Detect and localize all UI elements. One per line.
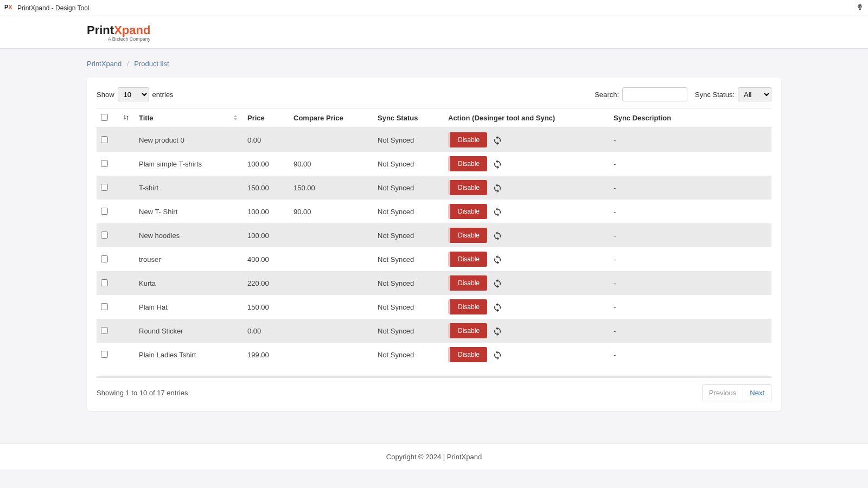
table-footer: Showing 1 to 10 of 17 entries Previous N…: [97, 376, 771, 401]
sync-status-label: Sync Status:: [695, 91, 735, 99]
cell-sync-status: Not Synced: [373, 128, 444, 152]
cell-compare-price: [289, 295, 373, 319]
cell-sync-status: Not Synced: [373, 176, 444, 200]
col-header-title[interactable]: Title: [135, 108, 243, 128]
row-checkbox[interactable]: [101, 279, 108, 286]
sort-icon: [233, 114, 238, 122]
cell-sync-status: Not Synced: [373, 152, 444, 176]
search-input[interactable]: [622, 87, 687, 101]
pin-icon[interactable]: [856, 3, 864, 12]
row-checkbox[interactable]: [101, 232, 108, 239]
cell-sync-status: Not Synced: [373, 319, 444, 343]
cell-action: Disable: [444, 128, 609, 152]
sync-icon[interactable]: [493, 303, 502, 312]
disable-button[interactable]: Disable: [448, 323, 487, 338]
sync-icon[interactable]: [493, 350, 502, 360]
cell-action: Disable: [444, 200, 609, 223]
disable-button[interactable]: Disable: [448, 180, 487, 195]
row-checkbox[interactable]: [101, 327, 108, 334]
col-header-action[interactable]: Action (Desinger tool and Sync): [444, 108, 609, 128]
cell-action: Disable: [444, 152, 609, 176]
breadcrumb-root[interactable]: PrintXpand: [87, 60, 122, 68]
disable-button[interactable]: Disable: [448, 275, 487, 291]
row-checkbox[interactable]: [101, 136, 108, 143]
table-row: New T- Shirt100.0090.00Not SyncedDisable…: [97, 200, 771, 223]
sync-status-select[interactable]: All: [738, 87, 771, 101]
cell-price: 199.00: [243, 343, 289, 367]
show-label-pre: Show: [97, 91, 114, 99]
disable-button[interactable]: Disable: [448, 204, 487, 219]
cell-action: Disable: [444, 223, 609, 247]
sync-icon[interactable]: [493, 279, 502, 288]
sync-icon[interactable]: [493, 183, 502, 193]
cell-sync-desc: -: [609, 271, 771, 295]
browser-tab-bar: PX PrintXpand - Design Tool: [0, 0, 868, 16]
cell-sync-status: Not Synced: [373, 247, 444, 271]
row-checkbox[interactable]: [101, 351, 108, 358]
table-row: New hoodies100.00Not SyncedDisable-: [97, 223, 771, 247]
col-header-price[interactable]: Price: [243, 108, 289, 128]
col-header-compare-price[interactable]: Compare Price: [289, 108, 373, 128]
disable-button[interactable]: Disable: [448, 347, 487, 362]
sort-icon[interactable]: [124, 114, 129, 122]
cell-sync-desc: -: [609, 247, 771, 271]
cell-compare-price: [289, 271, 373, 295]
cell-price: 100.00: [243, 223, 289, 247]
breadcrumb-current[interactable]: Product list: [134, 60, 169, 68]
cell-compare-price: 90.00: [289, 152, 373, 176]
show-label-post: entries: [152, 91, 174, 99]
col-header-checkbox: [97, 108, 135, 128]
cell-compare-price: [289, 223, 373, 247]
cell-title: Kurta: [135, 271, 243, 295]
cell-price: 0.00: [243, 128, 289, 152]
cell-title: Round Sticker: [135, 319, 243, 343]
sync-icon[interactable]: [493, 207, 502, 217]
cell-price: 0.00: [243, 319, 289, 343]
col-header-sync-desc[interactable]: Sync Description: [609, 108, 771, 128]
search-wrap: Search:: [595, 87, 687, 101]
cell-action: Disable: [444, 343, 609, 367]
entries-select[interactable]: 10: [118, 87, 149, 101]
select-all-checkbox[interactable]: [101, 114, 108, 121]
sync-icon[interactable]: [493, 136, 502, 145]
row-checkbox[interactable]: [101, 255, 108, 262]
cell-action: Disable: [444, 295, 609, 319]
cell-title: New hoodies: [135, 223, 243, 247]
disable-button[interactable]: Disable: [448, 132, 487, 147]
cell-sync-desc: -: [609, 223, 771, 247]
row-checkbox[interactable]: [101, 160, 108, 167]
logo-text-xpand: Xpand: [114, 23, 150, 37]
row-checkbox[interactable]: [101, 184, 108, 191]
sync-icon[interactable]: [493, 326, 502, 336]
sync-icon[interactable]: [493, 255, 502, 265]
product-list-card: Show 10 entries Search: Sync Status: All: [87, 78, 781, 411]
disable-button[interactable]: Disable: [448, 252, 487, 267]
disable-button[interactable]: Disable: [448, 299, 487, 314]
cell-compare-price: [289, 319, 373, 343]
disable-button[interactable]: Disable: [448, 156, 487, 171]
cell-title: Plain Hat: [135, 295, 243, 319]
cell-action: Disable: [444, 319, 609, 343]
sync-icon[interactable]: [493, 159, 502, 169]
row-checkbox[interactable]: [101, 208, 108, 215]
cell-sync-status: Not Synced: [373, 343, 444, 367]
disable-button[interactable]: Disable: [448, 228, 487, 243]
cell-sync-desc: -: [609, 319, 771, 343]
pagination-previous[interactable]: Previous: [703, 385, 743, 401]
cell-sync-desc: -: [609, 200, 771, 223]
cell-action: Disable: [444, 247, 609, 271]
cell-title: trouser: [135, 247, 243, 271]
sync-icon[interactable]: [493, 231, 502, 241]
cell-price: 150.00: [243, 176, 289, 200]
cell-sync-status: Not Synced: [373, 295, 444, 319]
cell-title: T-shirt: [135, 176, 243, 200]
col-header-sync-status[interactable]: Sync Status: [373, 108, 444, 128]
table-row: T-shirt150.00150.00Not SyncedDisable-: [97, 176, 771, 200]
row-checkbox[interactable]: [101, 303, 108, 310]
cell-price: 100.00: [243, 152, 289, 176]
cell-sync-status: Not Synced: [373, 271, 444, 295]
table-header-row: Title Price Compare Price Sync Status Ac…: [97, 108, 771, 128]
cell-price: 100.00: [243, 200, 289, 223]
pagination-next[interactable]: Next: [743, 385, 771, 401]
cell-title: New product 0: [135, 128, 243, 152]
